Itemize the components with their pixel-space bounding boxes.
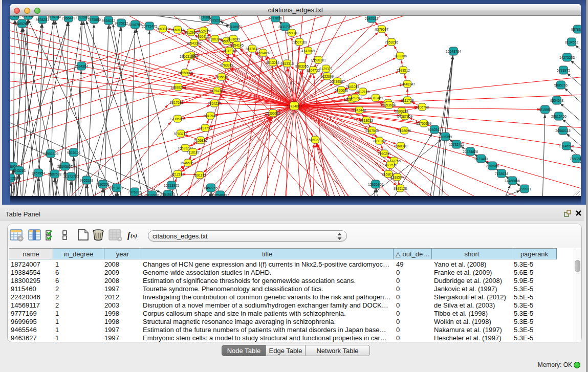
- svg-text:9467545: 9467545: [365, 129, 379, 133]
- svg-text:16543362: 16543362: [186, 41, 202, 45]
- svg-text:15588301: 15588301: [311, 58, 326, 62]
- svg-text:16648784: 16648784: [446, 50, 461, 53]
- svg-text:12888253: 12888253: [170, 85, 186, 89]
- svg-text:9468096: 9468096: [398, 129, 411, 133]
- svg-text:7538512: 7538512: [397, 69, 410, 72]
- svg-text:7975850: 7975850: [88, 18, 101, 21]
- svg-text:8042940: 8042940: [204, 114, 217, 118]
- svg-text:21012166: 21012166: [222, 49, 237, 53]
- svg-text:(x): (x): [130, 232, 137, 239]
- svg-text:9476705: 9476705: [48, 16, 61, 18]
- svg-text:7685359: 7685359: [439, 135, 452, 139]
- svg-text:18724007: 18724007: [287, 104, 302, 108]
- svg-text:14460856: 14460856: [505, 179, 520, 183]
- svg-text:25300203: 25300203: [265, 112, 280, 115]
- svg-text:14794303: 14794303: [209, 89, 225, 93]
- svg-text:4050413: 4050413: [195, 35, 209, 38]
- svg-text:18992829: 18992829: [43, 152, 58, 156]
- svg-text:7585264: 7585264: [15, 22, 29, 26]
- svg-text:8594364: 8594364: [75, 64, 88, 68]
- svg-text:9512155: 9512155: [356, 90, 369, 94]
- svg-text:12416912: 12416912: [227, 25, 242, 29]
- svg-text:14387959: 14387959: [397, 115, 412, 118]
- svg-text:9622699: 9622699: [320, 75, 334, 78]
- svg-text:8213781: 8213781: [110, 186, 123, 190]
- svg-text:20615450: 20615450: [551, 115, 567, 118]
- svg-text:8396759: 8396759: [128, 23, 142, 27]
- svg-text:8134562: 8134562: [565, 40, 578, 44]
- svg-text:13146585: 13146585: [559, 144, 574, 148]
- svg-text:9354548: 9354548: [550, 99, 563, 102]
- svg-text:4743069: 4743069: [301, 49, 315, 53]
- svg-text:5060227: 5060227: [309, 138, 322, 142]
- svg-text:9859300: 9859300: [285, 31, 298, 35]
- svg-text:9379667: 9379667: [375, 28, 388, 31]
- svg-text:22439587: 22439587: [330, 80, 345, 83]
- svg-text:8188594: 8188594: [390, 176, 404, 179]
- svg-text:9928208: 9928208: [209, 18, 222, 22]
- svg-text:6457765: 6457765: [204, 186, 217, 190]
- svg-text:13732411: 13732411: [449, 143, 464, 146]
- svg-text:9129371: 9129371: [319, 67, 333, 71]
- svg-text:7030160: 7030160: [373, 139, 386, 143]
- svg-text:9725812: 9725812: [115, 21, 128, 25]
- svg-text:9395128: 9395128: [394, 187, 407, 190]
- svg-text:23226058: 23226058: [196, 29, 211, 33]
- svg-text:9955188: 9955188: [80, 179, 93, 182]
- svg-text:20772475: 20772475: [142, 25, 157, 28]
- svg-text:19563180: 19563180: [180, 55, 195, 58]
- svg-text:8106768: 8106768: [416, 105, 429, 109]
- svg-text:7663822: 7663822: [156, 27, 169, 31]
- svg-text:22093651: 22093651: [57, 165, 73, 168]
- svg-text:8418033: 8418033: [360, 119, 373, 122]
- svg-text:3377578: 3377578: [384, 163, 397, 167]
- svg-text:7359256: 7359256: [385, 40, 398, 44]
- svg-text:9631699: 9631699: [227, 37, 240, 41]
- svg-text:8111728: 8111728: [401, 99, 413, 102]
- svg-text:7192201: 7192201: [96, 183, 110, 186]
- svg-text:8813054: 8813054: [266, 61, 279, 64]
- svg-text:9838283: 9838283: [36, 18, 49, 21]
- svg-text:8587688: 8587688: [48, 172, 61, 176]
- svg-text:7469207: 7469207: [349, 96, 362, 100]
- svg-text:7391172: 7391172: [193, 173, 206, 177]
- svg-text:7641054: 7641054: [346, 85, 359, 89]
- svg-text:5685216: 5685216: [554, 83, 568, 87]
- svg-text:7316187: 7316187: [186, 150, 200, 154]
- svg-text:9853315: 9853315: [280, 62, 294, 65]
- svg-text:15700199: 15700199: [416, 122, 431, 125]
- svg-text:9240345: 9240345: [428, 128, 441, 132]
- svg-text:2087652: 2087652: [365, 17, 378, 20]
- svg-text:9354032: 9354032: [102, 19, 115, 23]
- svg-text:9378925: 9378925: [571, 28, 581, 31]
- svg-text:2876966: 2876966: [486, 164, 499, 168]
- svg-text:9871480: 9871480: [474, 157, 488, 161]
- svg-text:19448347: 19448347: [400, 82, 415, 86]
- svg-text:9763973: 9763973: [220, 63, 233, 67]
- svg-text:14658665: 14658665: [178, 71, 193, 75]
- svg-text:3215955: 3215955: [538, 108, 552, 112]
- svg-text:9990324: 9990324: [395, 110, 408, 113]
- svg-text:2066449: 2066449: [62, 16, 75, 20]
- svg-text:22507109: 22507109: [292, 40, 307, 44]
- svg-text:7976395: 7976395: [128, 190, 141, 194]
- svg-text:20580115: 20580115: [555, 129, 571, 133]
- svg-text:6420686: 6420686: [335, 89, 348, 92]
- svg-text:9854145: 9854145: [230, 43, 244, 47]
- svg-text:4245263: 4245263: [12, 169, 26, 172]
- svg-text:12920906: 12920906: [368, 183, 383, 186]
- svg-text:22474828: 22474828: [463, 150, 478, 154]
- svg-text:14275203: 14275203: [559, 56, 575, 59]
- svg-text:7797793: 7797793: [199, 126, 212, 130]
- svg-text:7212182: 7212182: [171, 172, 184, 176]
- svg-text:9153634: 9153634: [382, 103, 396, 107]
- svg-text:12385106: 12385106: [170, 117, 185, 121]
- svg-text:20372723: 20372723: [63, 175, 79, 179]
- svg-text:8613831: 8613831: [246, 47, 259, 51]
- svg-text:5793975: 5793975: [557, 69, 570, 72]
- svg-text:2817683: 2817683: [170, 101, 183, 104]
- svg-text:2457954: 2457954: [32, 171, 45, 175]
- svg-text:11318461: 11318461: [368, 96, 383, 100]
- svg-text:8104733: 8104733: [307, 69, 320, 72]
- svg-text:7395631: 7395631: [215, 75, 228, 79]
